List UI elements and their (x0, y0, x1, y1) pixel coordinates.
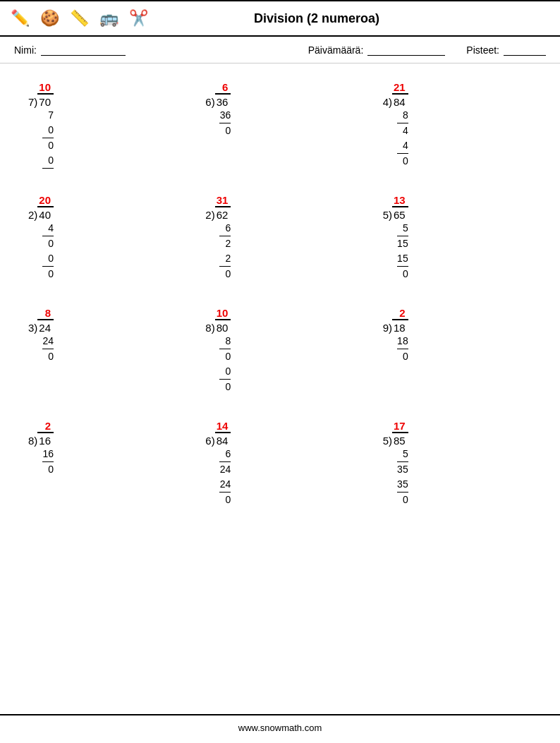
step-10b: 0 (42, 462, 54, 477)
dividend-9: 18 (392, 319, 408, 334)
step-8c: 0 (219, 364, 231, 380)
ruler-icon: 📏 (66, 6, 92, 31)
step-3d: 0 (397, 154, 408, 169)
step-1b: 0 (42, 123, 54, 138)
header-icons: ✏️ 🍪 📏 🚌 ✂️ (7, 6, 151, 31)
step-7b: 0 (42, 349, 54, 364)
divisor-1: 7) (28, 96, 37, 108)
quotient-11: 14 (217, 420, 229, 432)
dividend-11: 84 (215, 432, 231, 447)
step-10a: 16 (42, 447, 54, 462)
quotient-9: 2 (399, 307, 405, 319)
divisor-11: 6) (205, 435, 214, 447)
step-6d: 0 (397, 267, 408, 282)
divisor-2: 6) (205, 96, 214, 108)
name-input (41, 44, 126, 56)
dividend-3: 84 (392, 93, 408, 108)
step-6c: 15 (397, 251, 408, 267)
step-8a: 8 (219, 334, 231, 349)
pencil-icon: ✏️ (7, 6, 32, 31)
problem-2: 6 6) 36 36 0 (191, 71, 368, 183)
step-12d: 0 (397, 493, 408, 507)
step-6a: 5 (397, 221, 408, 236)
scissors-icon: ✂️ (126, 6, 151, 31)
quotient-1: 10 (39, 81, 51, 93)
step-8b: 0 (219, 349, 231, 364)
divisor-12: 5) (383, 435, 392, 447)
dividend-8: 80 (215, 319, 231, 334)
dividend-4: 40 (37, 206, 54, 221)
name-label: Nimi: (14, 44, 37, 56)
problem-3: 21 4) 84 8 4 4 0 (369, 71, 546, 183)
step-11c: 24 (219, 477, 231, 493)
score-field: Pisteet: (466, 44, 546, 56)
step-4a: 4 (42, 221, 54, 236)
problem-1: 10 7) 70 7 0 0 0 (14, 71, 191, 183)
step-3b: 4 (397, 123, 408, 138)
date-input (367, 44, 445, 56)
problem-4: 20 2) 40 4 0 0 0 (14, 183, 191, 296)
divisor-8: 8) (205, 322, 214, 334)
step-2b: 0 (219, 123, 231, 138)
problem-10: 2 8) 16 16 0 (14, 409, 191, 522)
step-1d: 0 (42, 153, 54, 169)
step-3a: 8 (397, 108, 408, 123)
problem-12: 17 5) 85 5 35 35 0 (369, 409, 546, 522)
problem-5: 31 2) 62 6 2 2 0 (191, 183, 368, 296)
step-8d: 0 (219, 380, 231, 394)
problem-6: 13 5) 65 5 15 15 0 (369, 183, 546, 296)
footer: www.snowmath.com (0, 714, 560, 743)
step-2a: 36 (219, 108, 231, 123)
step-9a: 18 (397, 334, 408, 349)
divisor-10: 8) (28, 435, 37, 447)
step-5c: 2 (219, 251, 231, 267)
name-field: Nimi: (14, 44, 126, 56)
dividend-5: 62 (215, 206, 231, 221)
problems-area: 10 7) 70 7 0 0 0 6 6) 36 36 (0, 64, 560, 529)
problem-9: 2 9) 18 18 0 (369, 296, 546, 409)
page-title: Division (2 numeroa) (151, 11, 553, 26)
quotient-7: 8 (45, 307, 51, 319)
step-7a: 24 (42, 334, 54, 349)
dividend-2: 36 (215, 93, 231, 108)
step-12c: 35 (397, 477, 408, 493)
bus-icon: 🚌 (96, 6, 121, 31)
problem-7: 8 3) 24 24 0 (14, 296, 191, 409)
quotient-10: 2 (45, 420, 51, 432)
page-header: ✏️ 🍪 📏 🚌 ✂️ Division (2 numeroa) (0, 1, 560, 37)
dividend-6: 65 (392, 206, 408, 221)
step-12b: 35 (397, 462, 408, 477)
divisor-4: 2) (28, 209, 37, 221)
problem-8: 10 8) 80 8 0 0 0 (191, 296, 368, 409)
score-input (504, 44, 546, 56)
divisor-3: 4) (383, 96, 392, 108)
step-3c: 4 (397, 138, 408, 154)
divisor-6: 5) (383, 209, 392, 221)
step-4d: 0 (42, 267, 54, 282)
quotient-8: 10 (217, 307, 229, 319)
quotient-3: 21 (394, 81, 406, 93)
quotient-6: 13 (394, 194, 406, 206)
dividend-10: 16 (37, 432, 54, 447)
quotient-2: 6 (222, 81, 228, 93)
divisor-9: 9) (383, 322, 392, 334)
step-11d: 0 (219, 493, 231, 507)
step-6b: 15 (397, 236, 408, 251)
divisor-7: 3) (28, 322, 37, 334)
step-4b: 0 (42, 236, 54, 251)
step-9b: 0 (397, 349, 408, 364)
dividend-1: 70 (37, 93, 54, 108)
step-12a: 5 (397, 447, 408, 462)
quotient-4: 20 (39, 194, 51, 206)
info-row: Nimi: Päivämäärä: Pisteet: (0, 37, 560, 64)
date-label: Päivämäärä: (308, 44, 364, 56)
score-label: Pisteet: (466, 44, 499, 56)
step-1c: 0 (42, 138, 54, 153)
date-field: Päivämäärä: (308, 44, 446, 56)
step-11a: 6 (219, 447, 231, 462)
step-4c: 0 (42, 251, 54, 267)
cookie-icon: 🍪 (37, 6, 62, 31)
footer-url: www.snowmath.com (238, 723, 322, 733)
step-11b: 24 (219, 462, 231, 477)
step-5d: 0 (219, 267, 231, 282)
